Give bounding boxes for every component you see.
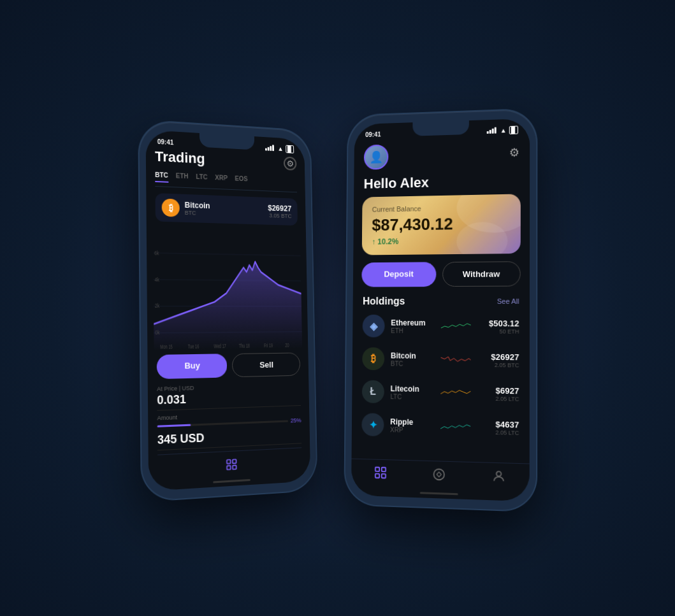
btc-price: $26927 2.05 BTC <box>477 352 519 368</box>
eth-sym: ETH <box>391 327 435 334</box>
nav-exchange-right[interactable] <box>431 466 446 482</box>
wifi-icon-left: ▲ <box>277 145 283 152</box>
left-phone: 09:41 ▲ ▊ Trading <box>139 120 316 501</box>
status-icons-left: ▲ ▊ <box>265 143 293 153</box>
svg-line-0 <box>153 253 300 255</box>
nav-home-right[interactable] <box>372 464 388 480</box>
balance-label: Current Balance <box>372 203 510 213</box>
status-icons-right: ▲ ▊ <box>486 125 518 134</box>
holding-litecoin[interactable]: Ł Litecoin LTC $6927 2.05 LTC <box>352 375 530 411</box>
coin-holdings-left: 3.05 BTC <box>268 212 291 219</box>
svg-rect-15 <box>232 459 236 463</box>
coin-symbol-left: BTC <box>184 209 210 216</box>
left-phone-screen: 09:41 ▲ ▊ Trading <box>145 129 310 491</box>
holding-ripple[interactable]: ✦ Ripple XRP $4637 2.05 LTC <box>351 408 529 445</box>
svg-text:6k: 6k <box>154 249 159 256</box>
trading-screen: Trading BTC ETH LTC XRP EOS ₿ Bit <box>145 147 310 485</box>
xrp-name: Ripple <box>390 417 434 427</box>
xrp-price-sub: 2.05 LTC <box>477 428 519 436</box>
tab-eth[interactable]: ETH <box>175 172 188 183</box>
nav-home-left[interactable] <box>224 456 239 473</box>
holdings-header: Holdings See All <box>352 295 529 309</box>
ltc-price-val: $6927 <box>477 385 519 395</box>
svg-text:20: 20 <box>285 343 289 348</box>
sell-button[interactable]: Sell <box>231 352 300 377</box>
svg-text:2k: 2k <box>154 303 159 310</box>
trading-chart-area: Mon 15 Tue 16 Wed 17 Thu 18 Fri 19 20 6k… <box>152 226 301 350</box>
amount-input[interactable]: 345 USD <box>157 427 301 450</box>
btc-chart <box>440 350 470 369</box>
status-time-right: 09:41 <box>365 131 381 138</box>
see-all-link[interactable]: See All <box>497 297 519 304</box>
trading-chart-svg: Mon 15 Tue 16 Wed 17 Thu 18 Fri 19 20 6k… <box>152 226 301 350</box>
eth-chart <box>440 316 470 335</box>
svg-rect-19 <box>381 467 385 471</box>
right-phone-screen: 09:41 ▲ ▊ 👤 <box>351 118 529 501</box>
tab-xrp[interactable]: XRP <box>215 174 228 185</box>
eth-name: Ethereum <box>391 318 435 327</box>
price-input[interactable]: 0.031 <box>157 389 301 411</box>
battery-icon-right: ▊ <box>509 125 518 133</box>
svg-text:4k: 4k <box>154 276 159 283</box>
ltc-price: $6927 2.05 LTC <box>477 385 519 401</box>
vol-up-right[interactable] <box>345 183 348 208</box>
svg-point-23 <box>497 471 501 476</box>
trading-title: Trading <box>154 148 205 167</box>
coin-price-value-left: $26927 <box>268 203 291 213</box>
power-button[interactable] <box>311 204 315 241</box>
holding-ethereum[interactable]: ◈ Ethereum ETH $503.12 50 ETH <box>352 309 530 343</box>
bottom-nav-right <box>351 458 530 495</box>
holdings-title: Holdings <box>362 296 404 307</box>
battery-icon-left: ▊ <box>286 145 294 153</box>
svg-text:Wed 17: Wed 17 <box>214 343 226 349</box>
ltc-name: Litecoin <box>390 383 434 393</box>
xrp-info: Ripple XRP <box>390 417 434 434</box>
btc-price-sub: 2.05 BTC <box>477 361 519 368</box>
portfolio-screen: 👤 ⚙ Hello Alex Current Balance $87,430.1… <box>351 136 530 495</box>
settings-icon-left[interactable] <box>283 156 296 170</box>
coin-info-row: ₿ Bitcoin BTC $26927 3.05 BTC <box>155 193 297 226</box>
tab-ltc[interactable]: LTC <box>196 173 207 184</box>
xrp-chart <box>440 416 470 436</box>
holding-bitcoin[interactable]: ₿ Bitcoin BTC $26927 2.05 BTC <box>352 342 529 377</box>
tab-eos[interactable]: EOS <box>235 175 247 186</box>
balance-amount: $87,430.12 <box>372 213 510 234</box>
btc-info: Bitcoin BTC <box>390 350 434 367</box>
buy-button[interactable]: Buy <box>156 354 227 379</box>
notch <box>199 133 254 150</box>
volume-up-button[interactable] <box>139 184 140 210</box>
action-buttons: Deposit Withdraw <box>361 261 520 287</box>
svg-text:Mon 15: Mon 15 <box>160 344 173 350</box>
xrp-price-val: $4637 <box>477 419 519 429</box>
tab-btc[interactable]: BTC <box>155 171 168 182</box>
withdraw-button[interactable]: Withdraw <box>442 261 521 287</box>
btc-price-val: $26927 <box>477 352 519 362</box>
eth-info: Ethereum ETH <box>391 318 435 334</box>
btc-icon-left: ₿ <box>161 198 179 217</box>
xrp-price: $4637 2.05 LTC <box>477 419 519 436</box>
coin-left: ₿ Bitcoin BTC <box>161 198 210 218</box>
svg-text:0k: 0k <box>155 329 160 336</box>
user-avatar[interactable]: 👤 <box>363 144 388 169</box>
deposit-button[interactable]: Deposit <box>361 262 436 287</box>
svg-rect-16 <box>227 465 231 469</box>
vol-down-right[interactable] <box>345 215 347 240</box>
xrp-icon: ✦ <box>361 413 384 436</box>
right-phone: 09:41 ▲ ▊ 👤 <box>345 109 536 511</box>
balance-card: Current Balance $87,430.12 ↑ 10.2% <box>361 194 520 255</box>
svg-rect-17 <box>232 465 236 469</box>
btc-sym: BTC <box>390 359 434 367</box>
ltc-sym: LTC <box>390 392 434 400</box>
app-scene: 09:41 ▲ ▊ Trading <box>140 111 535 506</box>
btc-icon-right: ₿ <box>362 347 384 370</box>
svg-text:Thu 18: Thu 18 <box>238 343 249 348</box>
svg-rect-21 <box>381 473 385 478</box>
balance-change: ↑ 10.2% <box>372 235 510 246</box>
nav-profile-right[interactable] <box>491 468 507 484</box>
volume-down-button[interactable] <box>139 217 140 243</box>
svg-rect-18 <box>375 467 379 471</box>
svg-text:Fri 19: Fri 19 <box>264 343 273 348</box>
wifi-icon-right: ▲ <box>500 126 506 133</box>
eth-price-sub: 50 ETH <box>477 327 519 334</box>
settings-icon-right[interactable]: ⚙ <box>509 145 519 159</box>
